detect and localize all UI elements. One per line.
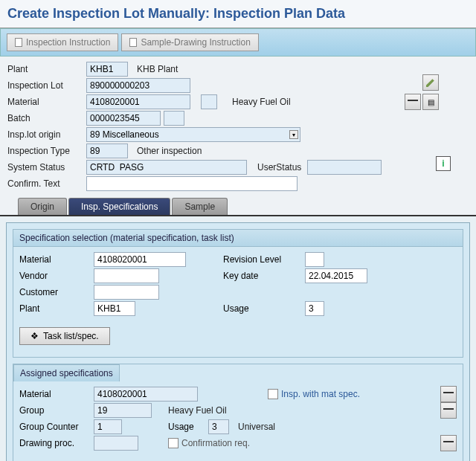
as-display-button-1[interactable] (440, 386, 457, 402)
spec-rev-input[interactable] (305, 252, 324, 267)
spec-plant-label: Plant (19, 303, 94, 314)
type-desc: Other inspection (137, 146, 202, 156)
spec-usage-input[interactable] (305, 301, 324, 316)
btn-label: Task list/spec. (43, 331, 99, 341)
spec-customer-label: Customer (19, 287, 94, 297)
glasses-icon (443, 392, 454, 396)
plant-input[interactable] (86, 62, 128, 77)
as-material-input (94, 387, 198, 402)
page-title: Create Inspection Lot Manually: Inspecti… (0, 0, 476, 28)
as-draw-label: Drawing proc. (19, 438, 94, 448)
assigned-spec-group: Assigned specifications Material Insp. w… (13, 364, 463, 461)
as-usage-label: Usage (168, 422, 208, 432)
insplot-label: Inspection Lot (7, 80, 86, 91)
status-info-button[interactable]: i (436, 156, 451, 171)
pencil-icon (426, 78, 435, 87)
inspection-instruction-button[interactable]: Inspection Instruction (7, 33, 118, 51)
glasses-icon (443, 441, 454, 445)
confirm-input[interactable] (86, 176, 298, 191)
toolbar: Inspection Instruction Sample-Drawing In… (0, 28, 476, 57)
material-desc: Heavy Fuel Oil (232, 97, 291, 107)
tab-insp-specifications[interactable]: Insp. Specifications (68, 198, 170, 215)
userstat-input[interactable] (307, 160, 382, 175)
plant-desc: KHB Plant (137, 64, 178, 74)
spec-rev-label: Revision Level (223, 254, 305, 265)
as-material-label: Material (19, 389, 94, 399)
material-input[interactable] (86, 94, 190, 109)
as-usage-input (208, 419, 229, 434)
btn-label: Inspection Instruction (26, 37, 110, 48)
document-icon (129, 38, 137, 47)
spec-key-input[interactable] (305, 268, 367, 283)
tab-origin[interactable]: Origin (18, 198, 67, 215)
info-icon: i (442, 158, 444, 169)
as-display-button-3[interactable] (440, 435, 457, 451)
spec-selection-group: Specification selection (material specif… (13, 229, 463, 358)
spec-customer-input[interactable] (94, 285, 159, 300)
material-ext-input[interactable] (201, 94, 217, 109)
document-icon (15, 38, 22, 47)
spec-selection-title: Specification selection (material specif… (13, 230, 463, 247)
task-list-icon: ❖ (30, 331, 39, 341)
confirmation-req-label: Confirmation req. (181, 438, 250, 448)
as-counter-input (94, 419, 122, 434)
assigned-spec-title: Assigned specifications (13, 364, 120, 381)
tabs: Origin Insp. Specifications Sample (18, 198, 469, 215)
spec-key-label: Key date (223, 271, 305, 281)
spec-vendor-label: Vendor (19, 271, 94, 281)
as-draw-input (94, 436, 138, 451)
confirm-label: Confirm. Text (7, 178, 86, 189)
userstat-label: UserStatus (257, 162, 301, 173)
header-form: Plant KHB Plant Inspection Lot Material … (0, 57, 476, 215)
material-label: Material (7, 97, 86, 107)
plant-label: Plant (7, 64, 86, 74)
as-display-button-2[interactable] (440, 402, 457, 419)
spec-material-label: Material (19, 254, 94, 265)
as-usage-desc: Universal (238, 422, 275, 432)
batch-label: Batch (7, 113, 86, 123)
btn-label: Sample-Drawing Instruction (141, 37, 250, 48)
as-group-label: Group (19, 405, 94, 416)
sample-drawing-instruction-button[interactable]: Sample-Drawing Instruction (121, 33, 258, 51)
type-label: Inspection Type (7, 146, 86, 156)
spec-material-input[interactable] (94, 252, 186, 267)
side-buttons: ▤ (405, 74, 439, 110)
spec-plant-input[interactable] (94, 301, 135, 316)
origin-dropdown[interactable] (86, 127, 300, 142)
tab-content: Specification selection (material specif… (6, 222, 470, 461)
insp-mat-spec-label: Insp. with mat spec. (281, 389, 360, 399)
list-button[interactable]: ▤ (422, 94, 439, 110)
sysstat-input (86, 160, 247, 175)
insplot-input[interactable] (86, 78, 190, 93)
type-input[interactable] (86, 144, 128, 158)
origin-label: Insp.lot origin (7, 129, 86, 140)
spec-vendor-input[interactable] (94, 268, 159, 283)
spec-usage-label: Usage (223, 303, 305, 314)
task-list-spec-button[interactable]: ❖ Task list/spec. (19, 327, 110, 345)
tab-sample[interactable]: Sample (172, 198, 228, 215)
dropdown-arrow-icon[interactable]: ▾ (289, 130, 298, 139)
list-icon: ▤ (428, 98, 434, 106)
as-counter-label: Group Counter (19, 422, 94, 432)
batch-ext-input[interactable] (164, 111, 184, 126)
as-group-input (94, 403, 152, 418)
glasses-icon (443, 408, 454, 413)
sysstat-label: System Status (7, 162, 86, 173)
confirmation-req-checkbox[interactable] (168, 438, 178, 448)
glasses-icon (408, 100, 418, 104)
as-group-desc: Heavy Fuel Oil (168, 405, 227, 416)
batch-input[interactable] (86, 111, 161, 126)
insp-mat-spec-checkbox[interactable] (268, 389, 278, 399)
display-button[interactable] (405, 94, 421, 110)
edit-button[interactable] (422, 74, 439, 91)
